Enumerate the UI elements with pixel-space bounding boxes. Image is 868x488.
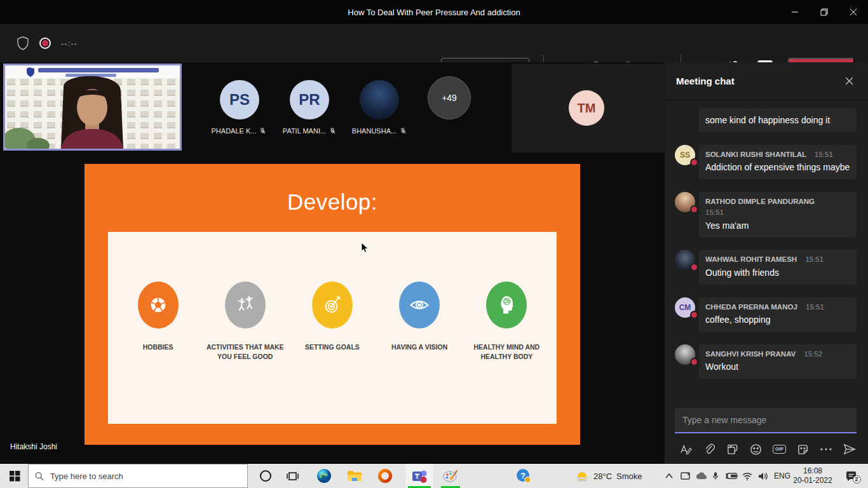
shield-icon — [17, 36, 29, 50]
restore-button[interactable] — [810, 0, 839, 24]
action-center-button[interactable]: 2 — [840, 464, 862, 488]
presence-busy-dot — [690, 263, 698, 271]
tray-onedrive-button[interactable] — [693, 464, 709, 488]
chat-message-list[interactable]: some kind of happiness doing it SS SOLAN… — [665, 101, 868, 408]
task-view-button[interactable] — [282, 464, 302, 488]
attach-button[interactable] — [702, 442, 716, 456]
sticker-button[interactable] — [796, 442, 810, 456]
taskbar-search[interactable] — [28, 464, 248, 488]
tray-expand-button[interactable] — [662, 464, 676, 488]
paint-app-button[interactable] — [438, 464, 463, 488]
participant-avatar-initials: TM — [569, 90, 604, 126]
message-author: SANGHVI KRISH PRANAV — [705, 350, 796, 358]
folder-icon — [347, 470, 362, 482]
message-text: Outing with friends — [705, 267, 850, 279]
cortana-button[interactable] — [255, 464, 276, 488]
avatar — [675, 344, 695, 365]
message-text: Yes ma'am — [705, 220, 850, 232]
presence-busy-dot — [690, 358, 698, 366]
close-icon — [845, 77, 853, 85]
slide-item-label: HAVING A VISION — [391, 342, 447, 352]
restore-icon — [820, 8, 828, 16]
close-icon — [850, 8, 857, 16]
chat-title: Meeting chat — [676, 76, 735, 86]
teams-meeting-window: How To Deal With Peer Pressure And addic… — [0, 0, 868, 488]
more-compose-options-button[interactable] — [819, 442, 833, 456]
windows-logo-icon — [10, 471, 20, 482]
call-control-bar: --:-- Request control — [0, 24, 868, 62]
weather-widget[interactable]: 28°C Smoke — [575, 464, 658, 488]
help-icon: ? — [516, 468, 531, 484]
search-icon — [35, 471, 44, 481]
close-chat-button[interactable] — [841, 74, 857, 89]
close-button[interactable] — [839, 0, 868, 24]
language-indicator[interactable]: ENG — [771, 464, 793, 488]
loop-component-button[interactable] — [726, 442, 740, 456]
presenter-video-tile[interactable] — [3, 64, 182, 151]
meeting-timer: --:-- — [61, 39, 78, 48]
office-button[interactable] — [375, 464, 395, 488]
tray-wifi-button[interactable] — [740, 464, 755, 488]
weather-sun-haze-icon — [575, 470, 589, 482]
teams-app-button[interactable] — [405, 464, 433, 488]
window-titlebar: How To Deal With Peer Pressure And addic… — [0, 0, 868, 24]
head-brain-icon — [486, 281, 527, 329]
screen-share-tray-icon — [680, 471, 691, 480]
tray-mic-button[interactable] — [709, 464, 722, 488]
weather-condition: Smoke — [616, 471, 642, 481]
format-button[interactable] — [679, 442, 693, 456]
presenter-name-label: Hitakshi Joshi — [10, 442, 57, 451]
slide-item-healthy: HEALTHY MIND AND HEALTHY BODY — [463, 281, 550, 361]
cloud-icon — [695, 472, 707, 480]
chat-message: some kind of happiness doing it — [675, 109, 857, 132]
target-dart-icon — [312, 281, 353, 329]
participant-tile[interactable]: TM — [512, 64, 665, 152]
participant-avatar-photo[interactable] — [360, 80, 399, 119]
message-author: WAHWAL ROHIT RAMESH — [705, 255, 797, 263]
slide-item-label: ACTIVITIES THAT MAKE YOU FEEL GOOD — [207, 342, 284, 361]
windows-taskbar: ? 28°C Smoke — [0, 464, 868, 488]
message-author: CHHEDA PRERNA MANOJ — [705, 303, 797, 311]
window-title: How To Deal With Peer Pressure And addic… — [348, 8, 520, 17]
meeting-chat-panel: Meeting chat some kind of happiness doin… — [665, 62, 868, 464]
wifi-icon — [742, 472, 752, 480]
presence-busy-dot — [690, 158, 698, 166]
window-controls — [780, 0, 868, 24]
chat-compose-input[interactable] — [675, 408, 857, 433]
emoji-button[interactable] — [749, 442, 763, 456]
start-button[interactable] — [4, 464, 25, 488]
message-time: 15:51 — [805, 255, 824, 263]
tray-display-button[interactable] — [677, 464, 693, 488]
message-text: coffee, shopping — [705, 314, 850, 326]
taskbar-clock[interactable]: 16:08 20-01-2022 — [793, 464, 832, 488]
paint-icon — [443, 469, 459, 483]
message-author: SOLANKI RUSHI SHANTILAL — [705, 151, 806, 158]
chat-message: SANGHVI KRISH PRANAV 15:52 Workout — [675, 344, 857, 379]
message-time: 15:51 — [806, 303, 824, 311]
search-input[interactable] — [50, 471, 241, 481]
clock-time: 16:08 — [803, 466, 822, 476]
send-message-button[interactable] — [843, 442, 857, 456]
task-view-icon — [287, 471, 299, 482]
slide-item-hobbies: HOBBIES — [115, 281, 201, 352]
participant-avatar[interactable]: PS — [220, 80, 259, 119]
file-explorer-button[interactable] — [344, 464, 365, 488]
muted-mic-icon — [329, 127, 336, 135]
tray-volume-button[interactable] — [756, 464, 771, 488]
participant-avatar[interactable]: PR — [290, 80, 329, 119]
avatar — [675, 250, 695, 270]
presence-busy-dot — [690, 205, 698, 214]
edge-icon — [316, 468, 332, 484]
minimize-button[interactable] — [780, 0, 810, 24]
get-help-app-button[interactable]: ? — [512, 464, 535, 488]
notification-count-badge: 2 — [853, 475, 861, 484]
gif-button[interactable]: GIF — [772, 442, 786, 456]
overflow-participants-badge[interactable]: +49 — [428, 76, 471, 119]
office-icon — [378, 469, 392, 483]
tray-battery-button[interactable] — [723, 464, 740, 488]
avatar — [675, 192, 695, 212]
slide-title: Develop: — [85, 189, 580, 215]
muted-mic-icon — [400, 127, 407, 135]
battery-charging-icon — [725, 472, 738, 480]
edge-browser-button[interactable] — [314, 464, 334, 488]
